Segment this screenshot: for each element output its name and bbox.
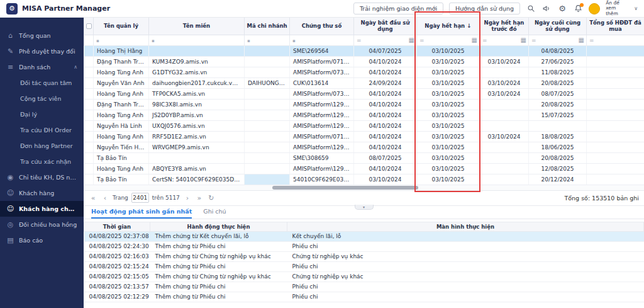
cell-manager[interactable]: Hoàng Tùng Anh bbox=[94, 163, 149, 174]
cell-start_date[interactable]: 04/10/2024 bbox=[354, 163, 417, 174]
cell-branch[interactable] bbox=[245, 99, 290, 110]
cell-start_date[interactable]: 04/10/2024 bbox=[354, 142, 417, 152]
cell-domain[interactable]: CertSN: 54010C9F629E035DE2B2E... bbox=[149, 174, 245, 185]
cell-total_invoices[interactable] bbox=[587, 99, 644, 110]
activity-row[interactable]: 04/08/2025 02:37:08 PMThêm chứng từ Kết … bbox=[84, 231, 644, 241]
collapse-panel-handle[interactable]: ▾ bbox=[355, 205, 374, 210]
cell-manager[interactable]: Hoàng Tùng Anh bbox=[94, 88, 149, 99]
cell-start_date[interactable]: 24/09/2024 bbox=[354, 77, 417, 88]
cell-domain[interactable]: UXQJ0576.amis.vn bbox=[149, 120, 245, 131]
col-header-start-date[interactable]: Ngày bắt đầu sử dụng bbox=[354, 18, 417, 35]
activity-row[interactable]: 04/08/2025 02:12:29 PMThêm chứng từ Phiế… bbox=[84, 292, 644, 302]
cell-total_invoices[interactable] bbox=[587, 56, 644, 67]
cell-expire_date[interactable]: 03/10/2025 bbox=[417, 77, 480, 88]
cell-domain[interactable]: JS2D0YBP.amis.vn bbox=[149, 110, 245, 120]
cell-expire_date[interactable]: 03/10/2025 bbox=[417, 56, 480, 67]
cell-start_date[interactable]: 03/10/2024 bbox=[354, 174, 417, 185]
tab-recent-activity[interactable]: Hoạt động phát sinh gần nhất bbox=[91, 206, 192, 219]
bell-icon[interactable] bbox=[573, 4, 583, 14]
cell-start_date[interactable]: 04/10/2024 bbox=[354, 56, 417, 67]
cell-prev_expire[interactable]: 03/10/2024 bbox=[480, 88, 529, 99]
table-row[interactable]: Hoàng Tùng AnhRRF5D1E2.amis.vnAMISPlatfo… bbox=[84, 131, 644, 142]
row-checkbox-cell[interactable] bbox=[84, 163, 94, 174]
sidebar-item-cong-tac-vien[interactable]: Cộng tác viên bbox=[0, 91, 84, 106]
table-row[interactable]: Nguyễn Tiến HưngWRVGMEP9.amis.vnAMISPlat… bbox=[84, 142, 644, 152]
calendar-icon[interactable]: ▦ bbox=[472, 37, 477, 43]
next-page-button[interactable]: › bbox=[183, 194, 192, 202]
sidebar-item-doi-chieu-hoa-hong[interactable]: ◎Đối chiếu hoa hồng bbox=[0, 217, 84, 232]
cell-cert[interactable]: AMISPlatform\129124 bbox=[290, 142, 354, 152]
cell-cert[interactable]: AMISPlatform/073929 bbox=[290, 67, 354, 77]
megaphone-icon[interactable] bbox=[541, 4, 552, 14]
cell-branch[interactable] bbox=[245, 131, 290, 142]
cell-total_invoices[interactable] bbox=[587, 45, 644, 56]
cell-branch[interactable] bbox=[245, 142, 290, 152]
table-row[interactable]: Nguyễn Văn Anhdaihuongbien2017.cukcuk.vn… bbox=[84, 77, 644, 88]
sidebar-item-tra-cuu-xac-nhan[interactable]: Tra cứu xác nhận bbox=[0, 154, 84, 169]
cell-start_date[interactable]: 04/10/2024 bbox=[354, 131, 417, 142]
cell-domain[interactable] bbox=[149, 45, 245, 56]
cell-start_date[interactable]: 04/10/2024 bbox=[354, 120, 417, 131]
cell-last_used[interactable]: 11/08/2025 bbox=[529, 67, 587, 77]
cell-manager[interactable]: Đặng Thanh Truyền bbox=[94, 99, 149, 110]
cell-expire_date[interactable]: 03/10/2025 bbox=[417, 131, 480, 142]
calendar-icon[interactable]: ▦ bbox=[579, 37, 584, 43]
filter-prev-expire[interactable]: =▦ bbox=[480, 35, 529, 45]
cell-total_invoices[interactable] bbox=[587, 120, 644, 131]
cell-manager[interactable]: Nguyễn Tiến Hưng bbox=[94, 142, 149, 152]
cell-start_date[interactable]: 08/07/2025 bbox=[354, 152, 417, 163]
refresh-button[interactable]: ↻ bbox=[207, 194, 216, 202]
cell-expire_date[interactable]: 03/10/2025 bbox=[417, 174, 480, 185]
activity-row[interactable]: 04/08/2025 02:15:24 PMThêm chứng từ Phiế… bbox=[84, 261, 644, 271]
cell-manager[interactable]: Hoàng Thị Hằng bbox=[94, 45, 149, 56]
col-header-total-invoices[interactable]: Tổng số HĐĐT đã mua bbox=[587, 18, 644, 35]
cell-branch[interactable] bbox=[245, 45, 290, 56]
filter-manager[interactable]: ▪ bbox=[94, 35, 149, 45]
cell-last_used[interactable]: 20/08/2025 bbox=[529, 152, 587, 163]
cell-last_used[interactable]: 12/08/2025 bbox=[529, 163, 587, 174]
cell-prev_expire[interactable]: 03/10/2024 bbox=[480, 56, 529, 67]
app-logo[interactable]: ⚙ bbox=[6, 3, 18, 14]
cell-branch[interactable]: DAIHUONGBIEN2017... bbox=[245, 77, 290, 88]
sidebar-item-danh-sach[interactable]: ≡Danh sách∧ bbox=[0, 59, 84, 75]
tab-notes[interactable]: Ghi chú bbox=[203, 206, 226, 219]
sidebar-item-dai-ly[interactable]: Đại lý bbox=[0, 106, 84, 122]
cell-manager[interactable]: Hoàng Tùng Anh bbox=[94, 131, 149, 142]
select-all-checkbox[interactable] bbox=[86, 23, 92, 29]
filter-cert[interactable]: ▪ bbox=[290, 35, 354, 45]
cell-cert[interactable]: AMISPlatform\129138 bbox=[290, 120, 354, 131]
table-row[interactable]: Hoàng Tùng AnhG1DTYG32.amis.vnAMISPlatfo… bbox=[84, 67, 644, 77]
user-guide-button[interactable]: Hướng dẫn sử dụng bbox=[449, 3, 520, 14]
cell-manager[interactable]: Hoàng Tùng Anh bbox=[94, 67, 149, 77]
row-checkbox-cell[interactable] bbox=[84, 174, 94, 185]
cell-cert[interactable]: AMISPlatform/073932 bbox=[290, 88, 354, 99]
cell-expire_date[interactable]: 03/10/2025 bbox=[417, 67, 480, 77]
cell-last_used[interactable]: 18/08/2025 bbox=[529, 131, 587, 142]
col-header-cert[interactable]: Chứng thư số bbox=[290, 18, 354, 35]
cell-prev_expire[interactable] bbox=[480, 152, 529, 163]
activity-row[interactable]: 04/08/2025 02:24:30 PMThêm chứng từ Phiế… bbox=[84, 241, 644, 251]
sidebar-item-bao-cao[interactable]: ▤Báo cáo bbox=[0, 232, 84, 248]
cell-prev_expire[interactable] bbox=[480, 142, 529, 152]
cell-prev_expire[interactable] bbox=[480, 163, 529, 174]
cell-cert[interactable]: SME\308659 bbox=[290, 152, 354, 163]
row-checkbox-cell[interactable] bbox=[84, 131, 94, 142]
row-checkbox-cell[interactable] bbox=[84, 142, 94, 152]
cell-domain[interactable]: ABQYE3Y8.amis.vn bbox=[149, 163, 245, 174]
cell-manager[interactable]: Tạ Bảo Tín bbox=[94, 174, 149, 185]
col-header-last-used[interactable]: Ngày cuối cùng sử dụng bbox=[529, 18, 587, 35]
cell-cert[interactable]: AMISPlatform/071361 bbox=[290, 56, 354, 67]
row-checkbox-cell[interactable] bbox=[84, 45, 94, 56]
cell-prev_expire[interactable]: 03/10/2024 bbox=[480, 131, 529, 142]
row-checkbox-cell[interactable] bbox=[84, 67, 94, 77]
calendar-icon[interactable]: ▦ bbox=[409, 37, 414, 43]
cell-expire_date[interactable]: 03/10/2025 bbox=[417, 88, 480, 99]
filter-type-icon[interactable]: ▪ bbox=[152, 38, 155, 43]
cell-last_used[interactable]: 20/08/2025 bbox=[529, 77, 587, 88]
row-checkbox-cell[interactable] bbox=[84, 77, 94, 88]
cell-prev_expire[interactable] bbox=[480, 45, 529, 56]
cell-cert[interactable]: SME\269564 bbox=[290, 45, 354, 56]
table-row[interactable]: Đặng Thanh TruyềnKUM34ZO9.amis.vnAMISPla… bbox=[84, 56, 644, 67]
cell-total_invoices[interactable] bbox=[587, 142, 644, 152]
cell-branch[interactable] bbox=[245, 152, 290, 163]
